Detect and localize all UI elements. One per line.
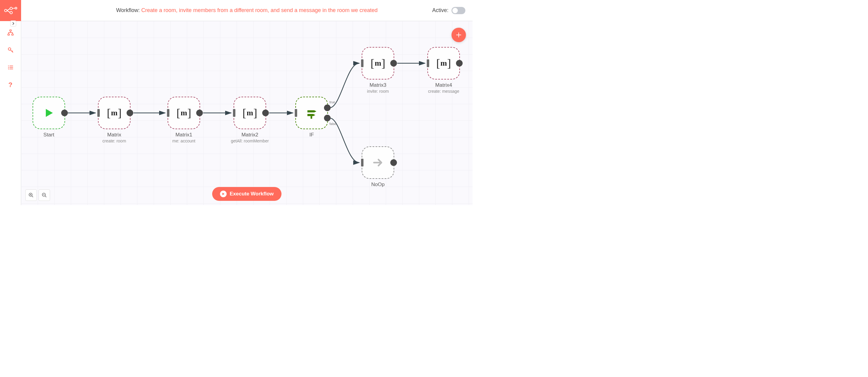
sidebar-item-help[interactable]: ? — [4, 79, 17, 91]
port-in[interactable] — [97, 109, 100, 117]
add-node-button[interactable] — [452, 28, 466, 42]
execute-label: Execute Workflow — [230, 191, 274, 197]
matrix-icon: m — [243, 106, 257, 119]
plus-icon — [456, 32, 462, 38]
svg-rect-4 — [10, 30, 11, 31]
play-icon — [43, 107, 55, 119]
node-title: IF — [309, 132, 314, 138]
arrow-right-icon — [372, 157, 384, 169]
node-if[interactable]: true false IF — [296, 97, 328, 129]
port-in[interactable] — [295, 109, 297, 117]
zoom-out-icon — [41, 193, 47, 198]
node-subtitle: invite: room — [367, 89, 389, 94]
sidebar-item-credentials[interactable] — [4, 44, 17, 56]
port-in[interactable] — [427, 59, 429, 67]
sidebar-item-executions[interactable] — [4, 61, 17, 73]
svg-point-1 — [10, 7, 12, 10]
matrix-icon: m — [436, 57, 451, 70]
header: Workflow: Create a room, invite members … — [21, 0, 472, 21]
zoom-in-button[interactable] — [25, 190, 37, 201]
node-subtitle: me: account — [173, 139, 195, 143]
question-icon: ? — [8, 81, 12, 89]
svg-rect-5 — [7, 34, 9, 36]
sidebar: ? — [0, 0, 21, 205]
port-out-true[interactable]: true — [324, 104, 331, 111]
node-title: Matrix — [102, 132, 126, 138]
node-matrix2[interactable]: m Matrix2 getAll: roomMember — [234, 97, 266, 129]
network-icon — [7, 29, 14, 36]
port-in[interactable] — [361, 59, 364, 67]
node-title: Start — [43, 132, 54, 138]
node-subtitle: create: message — [428, 89, 459, 94]
execute-workflow-button[interactable]: Execute Workflow — [212, 187, 281, 201]
node-matrix3[interactable]: m Matrix3 invite: room — [362, 47, 394, 79]
app-logo[interactable] — [0, 0, 21, 21]
canvas[interactable]: Start m Matrix create: room m Matrix1 me… — [21, 21, 472, 205]
svg-rect-8 — [311, 116, 312, 119]
node-title: Matrix4 — [428, 82, 459, 88]
port-out[interactable] — [390, 159, 397, 166]
port-label-true: true — [330, 100, 335, 104]
n8n-logo-icon — [4, 6, 17, 15]
key-icon — [7, 47, 13, 53]
matrix-icon: m — [371, 57, 385, 70]
port-out-false[interactable]: false — [324, 115, 331, 122]
matrix-icon: m — [177, 106, 191, 119]
port-out[interactable] — [196, 110, 203, 116]
workflow-title-area: Workflow: Create a room, invite members … — [21, 7, 472, 13]
matrix-icon: m — [107, 106, 122, 119]
list-icon — [7, 64, 13, 70]
workflow-name[interactable]: Create a room, invite members from a dif… — [141, 7, 378, 13]
branch-icon — [305, 107, 318, 119]
toggle-knob — [453, 8, 458, 13]
port-in[interactable] — [167, 109, 169, 117]
sidebar-expand-button[interactable] — [10, 21, 16, 27]
port-out[interactable] — [127, 110, 133, 116]
port-out[interactable] — [390, 60, 397, 67]
port-out[interactable] — [61, 110, 68, 116]
node-title: Matrix1 — [173, 132, 195, 138]
svg-point-3 — [15, 7, 17, 9]
node-noop[interactable]: NoOp — [362, 146, 394, 179]
svg-point-0 — [4, 9, 7, 12]
zoom-in-icon — [28, 193, 34, 198]
node-subtitle: getAll: roomMember — [231, 139, 269, 143]
port-in[interactable] — [361, 159, 364, 167]
node-matrix1[interactable]: m Matrix1 me: account — [167, 97, 200, 129]
svg-point-2 — [10, 11, 12, 14]
node-title: Matrix2 — [231, 132, 269, 138]
workflow-prefix: Workflow: — [116, 7, 141, 13]
svg-rect-6 — [11, 34, 13, 36]
play-circle-icon — [220, 191, 227, 197]
active-label: Active: — [432, 7, 448, 13]
node-matrix4[interactable]: m Matrix4 create: message — [427, 47, 460, 79]
zoom-out-button[interactable] — [38, 190, 50, 201]
node-start[interactable]: Start — [33, 97, 65, 129]
node-title: NoOp — [371, 181, 384, 187]
node-title: Matrix3 — [367, 82, 389, 88]
sidebar-item-workflows[interactable] — [4, 27, 17, 39]
node-matrix[interactable]: m Matrix create: room — [98, 97, 130, 129]
port-label-false: false — [330, 122, 336, 126]
port-in[interactable] — [233, 109, 236, 117]
port-out[interactable] — [456, 60, 463, 67]
zoom-controls — [25, 190, 50, 201]
active-toggle[interactable] — [452, 7, 465, 14]
node-subtitle: create: room — [102, 139, 126, 143]
port-out[interactable] — [262, 110, 269, 116]
